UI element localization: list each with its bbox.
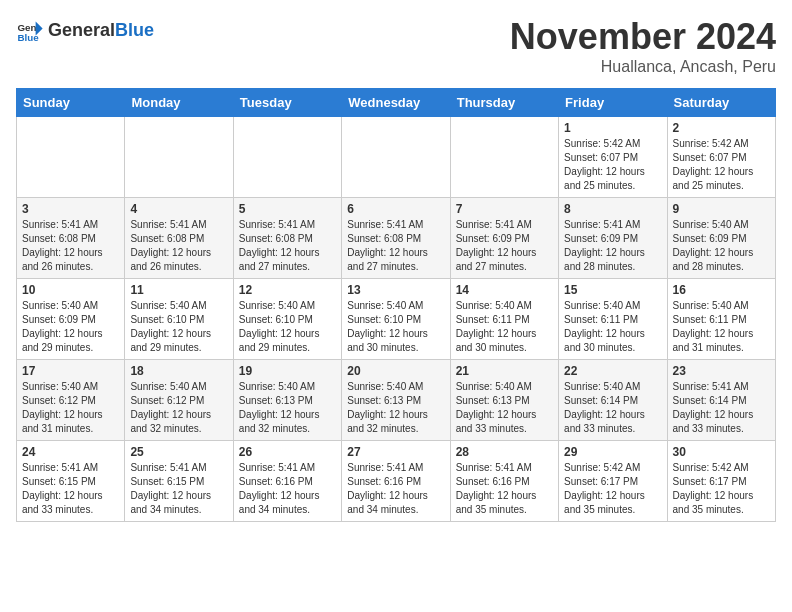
month-title: November 2024 [510,16,776,58]
day-number: 5 [239,202,336,216]
cell-info: Sunrise: 5:41 AM Sunset: 6:15 PM Dayligh… [130,461,227,517]
cell-info: Sunrise: 5:40 AM Sunset: 6:12 PM Dayligh… [130,380,227,436]
calendar-header-sunday: Sunday [17,89,125,117]
calendar-week-row: 10Sunrise: 5:40 AM Sunset: 6:09 PM Dayli… [17,279,776,360]
cell-info: Sunrise: 5:40 AM Sunset: 6:09 PM Dayligh… [22,299,119,355]
calendar-cell: 13Sunrise: 5:40 AM Sunset: 6:10 PM Dayli… [342,279,450,360]
day-number: 11 [130,283,227,297]
calendar-cell: 27Sunrise: 5:41 AM Sunset: 6:16 PM Dayli… [342,441,450,522]
logo: Gen Blue GeneralBlue [16,16,154,44]
day-number: 6 [347,202,444,216]
calendar-cell: 18Sunrise: 5:40 AM Sunset: 6:12 PM Dayli… [125,360,233,441]
calendar-cell: 10Sunrise: 5:40 AM Sunset: 6:09 PM Dayli… [17,279,125,360]
calendar-cell: 9Sunrise: 5:40 AM Sunset: 6:09 PM Daylig… [667,198,775,279]
day-number: 10 [22,283,119,297]
cell-info: Sunrise: 5:41 AM Sunset: 6:16 PM Dayligh… [239,461,336,517]
cell-info: Sunrise: 5:40 AM Sunset: 6:11 PM Dayligh… [673,299,770,355]
calendar-header-row: SundayMondayTuesdayWednesdayThursdayFrid… [17,89,776,117]
cell-info: Sunrise: 5:41 AM Sunset: 6:14 PM Dayligh… [673,380,770,436]
cell-info: Sunrise: 5:40 AM Sunset: 6:13 PM Dayligh… [456,380,553,436]
calendar-header-monday: Monday [125,89,233,117]
calendar-cell: 28Sunrise: 5:41 AM Sunset: 6:16 PM Dayli… [450,441,558,522]
day-number: 2 [673,121,770,135]
cell-info: Sunrise: 5:40 AM Sunset: 6:10 PM Dayligh… [239,299,336,355]
calendar-header-saturday: Saturday [667,89,775,117]
day-number: 25 [130,445,227,459]
day-number: 18 [130,364,227,378]
location-title: Huallanca, Ancash, Peru [510,58,776,76]
calendar-week-row: 3Sunrise: 5:41 AM Sunset: 6:08 PM Daylig… [17,198,776,279]
calendar-cell: 7Sunrise: 5:41 AM Sunset: 6:09 PM Daylig… [450,198,558,279]
cell-info: Sunrise: 5:40 AM Sunset: 6:11 PM Dayligh… [456,299,553,355]
calendar-cell [233,117,341,198]
calendar-cell: 8Sunrise: 5:41 AM Sunset: 6:09 PM Daylig… [559,198,667,279]
cell-info: Sunrise: 5:41 AM Sunset: 6:08 PM Dayligh… [22,218,119,274]
logo-general-text: General [48,20,115,41]
day-number: 30 [673,445,770,459]
calendar-cell: 20Sunrise: 5:40 AM Sunset: 6:13 PM Dayli… [342,360,450,441]
calendar-cell: 4Sunrise: 5:41 AM Sunset: 6:08 PM Daylig… [125,198,233,279]
day-number: 28 [456,445,553,459]
calendar-header-friday: Friday [559,89,667,117]
calendar-cell: 22Sunrise: 5:40 AM Sunset: 6:14 PM Dayli… [559,360,667,441]
day-number: 19 [239,364,336,378]
calendar-header-thursday: Thursday [450,89,558,117]
logo-blue-text: Blue [115,20,154,41]
calendar-cell [125,117,233,198]
title-area: November 2024 Huallanca, Ancash, Peru [510,16,776,76]
cell-info: Sunrise: 5:40 AM Sunset: 6:10 PM Dayligh… [347,299,444,355]
day-number: 16 [673,283,770,297]
calendar-cell [17,117,125,198]
day-number: 29 [564,445,661,459]
calendar-cell: 29Sunrise: 5:42 AM Sunset: 6:17 PM Dayli… [559,441,667,522]
day-number: 21 [456,364,553,378]
cell-info: Sunrise: 5:41 AM Sunset: 6:15 PM Dayligh… [22,461,119,517]
calendar-header-wednesday: Wednesday [342,89,450,117]
cell-info: Sunrise: 5:41 AM Sunset: 6:16 PM Dayligh… [347,461,444,517]
cell-info: Sunrise: 5:41 AM Sunset: 6:08 PM Dayligh… [239,218,336,274]
cell-info: Sunrise: 5:42 AM Sunset: 6:17 PM Dayligh… [564,461,661,517]
svg-text:Blue: Blue [17,32,39,43]
day-number: 17 [22,364,119,378]
day-number: 26 [239,445,336,459]
cell-info: Sunrise: 5:41 AM Sunset: 6:09 PM Dayligh… [456,218,553,274]
calendar-week-row: 24Sunrise: 5:41 AM Sunset: 6:15 PM Dayli… [17,441,776,522]
calendar-cell: 23Sunrise: 5:41 AM Sunset: 6:14 PM Dayli… [667,360,775,441]
calendar-cell: 26Sunrise: 5:41 AM Sunset: 6:16 PM Dayli… [233,441,341,522]
day-number: 1 [564,121,661,135]
cell-info: Sunrise: 5:40 AM Sunset: 6:11 PM Dayligh… [564,299,661,355]
day-number: 23 [673,364,770,378]
calendar-cell: 15Sunrise: 5:40 AM Sunset: 6:11 PM Dayli… [559,279,667,360]
calendar-cell: 30Sunrise: 5:42 AM Sunset: 6:17 PM Dayli… [667,441,775,522]
cell-info: Sunrise: 5:41 AM Sunset: 6:09 PM Dayligh… [564,218,661,274]
calendar-header-tuesday: Tuesday [233,89,341,117]
calendar-cell: 16Sunrise: 5:40 AM Sunset: 6:11 PM Dayli… [667,279,775,360]
calendar-table: SundayMondayTuesdayWednesdayThursdayFrid… [16,88,776,522]
day-number: 13 [347,283,444,297]
calendar-week-row: 1Sunrise: 5:42 AM Sunset: 6:07 PM Daylig… [17,117,776,198]
day-number: 9 [673,202,770,216]
day-number: 3 [22,202,119,216]
cell-info: Sunrise: 5:40 AM Sunset: 6:09 PM Dayligh… [673,218,770,274]
calendar-cell: 5Sunrise: 5:41 AM Sunset: 6:08 PM Daylig… [233,198,341,279]
day-number: 14 [456,283,553,297]
day-number: 12 [239,283,336,297]
calendar-cell [450,117,558,198]
calendar-cell: 6Sunrise: 5:41 AM Sunset: 6:08 PM Daylig… [342,198,450,279]
cell-info: Sunrise: 5:42 AM Sunset: 6:07 PM Dayligh… [673,137,770,193]
calendar-week-row: 17Sunrise: 5:40 AM Sunset: 6:12 PM Dayli… [17,360,776,441]
cell-info: Sunrise: 5:41 AM Sunset: 6:16 PM Dayligh… [456,461,553,517]
cell-info: Sunrise: 5:42 AM Sunset: 6:17 PM Dayligh… [673,461,770,517]
day-number: 20 [347,364,444,378]
day-number: 8 [564,202,661,216]
calendar-cell: 2Sunrise: 5:42 AM Sunset: 6:07 PM Daylig… [667,117,775,198]
calendar-cell: 1Sunrise: 5:42 AM Sunset: 6:07 PM Daylig… [559,117,667,198]
cell-info: Sunrise: 5:40 AM Sunset: 6:13 PM Dayligh… [239,380,336,436]
header: Gen Blue GeneralBlue November 2024 Huall… [16,16,776,76]
calendar-cell: 24Sunrise: 5:41 AM Sunset: 6:15 PM Dayli… [17,441,125,522]
calendar-cell: 21Sunrise: 5:40 AM Sunset: 6:13 PM Dayli… [450,360,558,441]
cell-info: Sunrise: 5:42 AM Sunset: 6:07 PM Dayligh… [564,137,661,193]
calendar-cell [342,117,450,198]
day-number: 24 [22,445,119,459]
calendar-cell: 3Sunrise: 5:41 AM Sunset: 6:08 PM Daylig… [17,198,125,279]
